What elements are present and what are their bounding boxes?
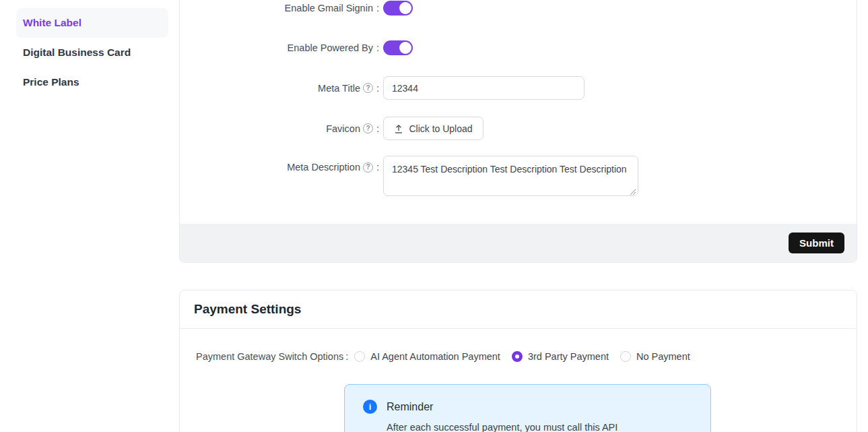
radio-option-3rd-party-payment[interactable]: 3rd Party Payment (512, 351, 609, 362)
sidebar-item-label: Price Plans (23, 76, 79, 88)
enable-powered-by-label: Enable Powered By: (180, 42, 379, 53)
colon: : (345, 351, 348, 362)
meta-description-textarea[interactable]: 12345 Test Description Test Description … (383, 156, 638, 196)
question-circle-icon[interactable]: ? (363, 123, 373, 133)
sidebar-item-price-plans[interactable]: Price Plans (16, 67, 168, 97)
form-row-meta-description: Meta Description ?: 12345 Test Descripti… (180, 156, 638, 199)
payment-settings-header: Payment Settings (180, 290, 857, 329)
colon: : (376, 162, 379, 173)
submit-button[interactable]: Submit (789, 233, 844, 253)
reminder-description: After each successful payment, you must … (387, 422, 617, 432)
form-row-favicon: Favicon ?: Click to Upload (180, 117, 483, 140)
radio-icon (620, 351, 631, 362)
colon: : (376, 42, 379, 53)
sidebar-item-white-label[interactable]: White Label (16, 8, 168, 38)
payment-gateway-radio-group: Payment Gateway Switch Options: AI Agent… (196, 348, 702, 365)
reminder-alert: i Reminder After each successful payment… (344, 384, 711, 432)
colon: : (376, 83, 379, 94)
sidebar-item-label: Digital Business Card (23, 47, 131, 59)
white-label-settings-card: Enable Gmail Signin: Enable Powered By: … (179, 0, 857, 263)
upload-icon (394, 124, 403, 133)
radio-label: AI Agent Automation Payment (370, 351, 500, 362)
meta-title-label: Meta Title ?: (180, 83, 379, 94)
sidebar-item-digital-business-card[interactable]: Digital Business Card (16, 38, 168, 67)
colon: : (376, 3, 379, 13)
radio-option-no-payment[interactable]: No Payment (620, 351, 690, 362)
meta-description-label: Meta Description ?: (180, 162, 379, 173)
radio-label: No Payment (636, 351, 690, 362)
form-footer-bar: Submit (180, 224, 857, 262)
radio-checked-icon (512, 351, 523, 362)
colon: : (376, 123, 379, 134)
form-row-enable-gmail-signin: Enable Gmail Signin: (180, 1, 413, 16)
enable-powered-by-toggle[interactable] (383, 40, 413, 55)
meta-title-input[interactable] (383, 76, 585, 100)
form-row-enable-powered-by: Enable Powered By: (180, 40, 413, 55)
payment-gateway-label: Payment Gateway Switch Options: (196, 351, 348, 362)
payment-settings-card: Payment Settings Payment Gateway Switch … (179, 290, 857, 432)
form-row-meta-title: Meta Title ?: (180, 76, 585, 100)
radio-option-ai-agent-automation-payment[interactable]: AI Agent Automation Payment (354, 351, 500, 362)
enable-gmail-signin-toggle[interactable] (383, 1, 413, 16)
info-circle-icon: i (363, 400, 377, 414)
radio-icon (354, 351, 365, 362)
reminder-title: Reminder (387, 401, 433, 413)
sidebar-item-label: White Label (23, 17, 81, 29)
enable-gmail-signin-label: Enable Gmail Signin: (180, 3, 379, 13)
favicon-label: Favicon ?: (180, 123, 379, 134)
question-circle-icon[interactable]: ? (363, 83, 373, 93)
favicon-upload-button[interactable]: Click to Upload (383, 117, 483, 140)
radio-label: 3rd Party Payment (528, 351, 609, 362)
payment-settings-title: Payment Settings (194, 302, 301, 317)
upload-button-label: Click to Upload (409, 123, 472, 134)
question-circle-icon[interactable]: ? (363, 162, 373, 173)
